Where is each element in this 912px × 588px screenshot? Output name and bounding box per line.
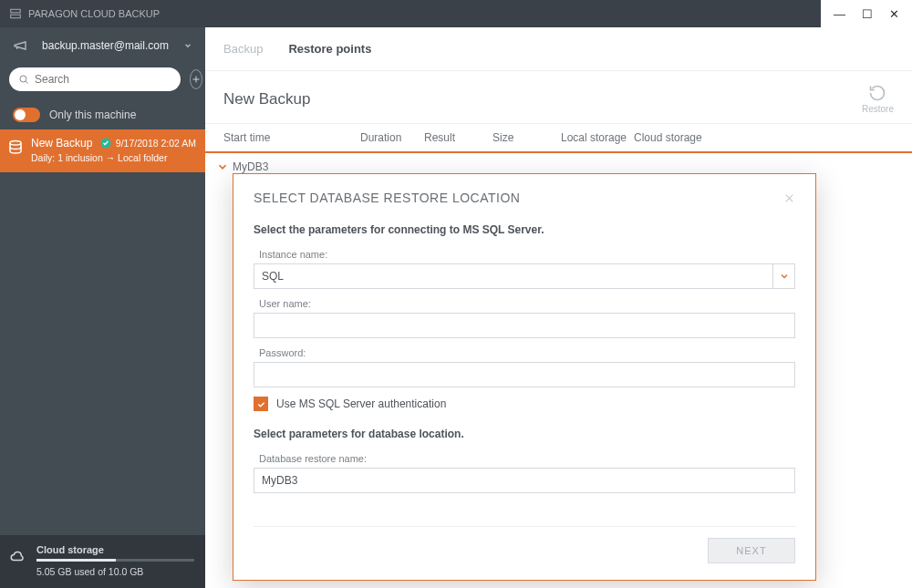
restore-name-label: Database restore name: [259, 453, 795, 464]
backup-detail: Daily: 1 inclusion → Local folder [31, 152, 196, 163]
section2-text: Select parameters for database location. [254, 428, 795, 440]
cloud-icon [9, 548, 26, 564]
col-duration: Duration [360, 131, 424, 144]
page-title: New Backup [223, 90, 310, 108]
backup-list-item[interactable]: New Backup 9/17/2018 2:02 AM Daily: 1 in… [0, 129, 205, 172]
only-this-machine-toggle[interactable] [13, 108, 40, 122]
restore-icon [868, 84, 886, 102]
instance-field [254, 263, 795, 289]
close-icon[interactable] [783, 192, 795, 204]
check-icon [256, 399, 266, 409]
machine-filter-row: Only this machine [0, 100, 205, 129]
restore-button[interactable]: Restore [862, 84, 894, 114]
storage-bar [36, 559, 194, 562]
user-field [254, 313, 795, 338]
table-header: Start time Duration Result Size Local st… [205, 123, 912, 153]
auth-checkbox-row[interactable]: Use MS SQL Server authentication [254, 397, 795, 411]
restore-name-field [254, 468, 795, 493]
auth-checkbox[interactable] [254, 397, 268, 411]
title-bar: PARAGON CLOUD BACKUP — ☐ ✕ [0, 0, 912, 27]
auth-checkbox-label: Use MS SQL Server authentication [276, 397, 446, 410]
storage-footer: Cloud storage 5.05 GB used of 10.0 GB [0, 535, 205, 588]
account-email: backup.master@mail.com [36, 39, 174, 52]
col-start: Start time [223, 131, 360, 144]
password-field [254, 362, 795, 387]
maximize-button[interactable]: ☐ [862, 7, 873, 21]
col-cloud: Cloud storage [634, 131, 725, 144]
megaphone-icon [13, 38, 27, 53]
database-icon [7, 139, 24, 156]
tabs: Backup Restore points [205, 27, 912, 71]
chevron-down-icon [779, 271, 790, 282]
toggle-label: Only this machine [49, 108, 136, 121]
window-controls: — ☐ ✕ [821, 0, 912, 27]
sidebar: backup.master@mail.com Only this machine… [0, 27, 205, 588]
user-label: User name: [259, 298, 795, 309]
app-title: PARAGON CLOUD BACKUP [28, 8, 160, 19]
check-circle-icon [100, 138, 111, 149]
svg-point-6 [10, 141, 21, 146]
svg-point-2 [20, 76, 26, 82]
instance-dropdown[interactable] [772, 264, 794, 288]
search-icon [18, 74, 29, 85]
tab-restore-points[interactable]: Restore points [288, 42, 371, 56]
storage-label: Cloud storage [36, 544, 194, 555]
search-field[interactable] [9, 67, 181, 91]
plus-icon [191, 74, 202, 85]
col-size: Size [492, 131, 561, 144]
backup-timestamp: 9/17/2018 2:02 AM [116, 138, 196, 149]
expand-icon[interactable] [216, 160, 229, 173]
svg-rect-1 [11, 15, 21, 18]
restore-location-dialog: SELECT DATABASE RESTORE LOCATION Select … [233, 173, 816, 581]
col-result: Result [424, 131, 492, 144]
search-input[interactable] [35, 73, 171, 86]
dialog-title: SELECT DATABASE RESTORE LOCATION [254, 191, 783, 205]
page-title-row: New Backup Restore [205, 71, 912, 123]
user-input[interactable] [254, 313, 795, 338]
svg-rect-0 [11, 9, 21, 13]
group-name: MyDB3 [233, 160, 268, 173]
col-local: Local storage [561, 131, 634, 144]
main-panel: Backup Restore points New Backup Restore… [205, 27, 912, 588]
section1-text: Select the parameters for connecting to … [254, 223, 795, 236]
backup-name: New Backup [31, 137, 96, 150]
logo-icon [9, 7, 22, 20]
instance-input[interactable] [254, 263, 795, 289]
minimize-button[interactable]: — [834, 7, 845, 21]
restore-name-input[interactable] [254, 468, 795, 493]
search-row [0, 62, 205, 100]
instance-label: Instance name: [259, 249, 795, 260]
svg-line-3 [26, 81, 27, 83]
account-row[interactable]: backup.master@mail.com [0, 27, 205, 62]
close-button[interactable]: ✕ [889, 7, 899, 21]
tab-backup[interactable]: Backup [223, 42, 263, 56]
add-button[interactable] [190, 69, 202, 89]
storage-usage: 5.05 GB used of 10.0 GB [36, 566, 194, 577]
chevron-down-icon [183, 41, 192, 50]
password-label: Password: [259, 347, 795, 358]
next-button[interactable]: NEXT [708, 538, 795, 563]
password-input[interactable] [254, 362, 795, 387]
